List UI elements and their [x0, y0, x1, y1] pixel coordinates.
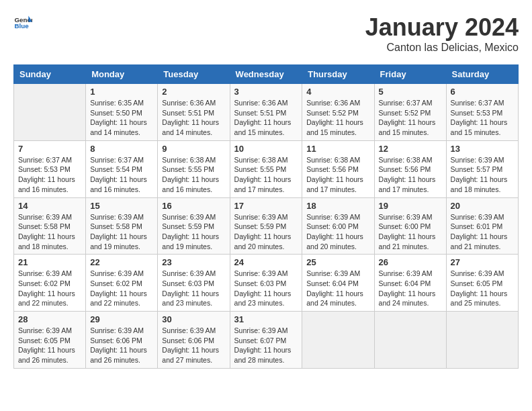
day-info: Sunrise: 6:36 AM Sunset: 5:51 PM Dayligh…	[162, 98, 225, 138]
month-title: January 2024	[365, 13, 519, 42]
day-info: Sunrise: 6:39 AM Sunset: 6:06 PM Dayligh…	[162, 326, 225, 365]
day-info: Sunrise: 6:38 AM Sunset: 5:56 PM Dayligh…	[379, 155, 442, 195]
day-info: Sunrise: 6:39 AM Sunset: 6:05 PM Dayligh…	[451, 269, 514, 308]
day-number: 17	[234, 201, 298, 211]
day-info: Sunrise: 6:36 AM Sunset: 5:51 PM Dayligh…	[234, 98, 298, 138]
day-number: 24	[234, 257, 298, 267]
calendar-cell: 26Sunrise: 6:39 AM Sunset: 6:04 PM Dayli…	[374, 255, 446, 312]
calendar-cell: 4Sunrise: 6:36 AM Sunset: 5:52 PM Daylig…	[302, 84, 374, 141]
calendar-cell: 2Sunrise: 6:36 AM Sunset: 5:51 PM Daylig…	[158, 84, 230, 141]
calendar-cell: 21Sunrise: 6:39 AM Sunset: 6:02 PM Dayli…	[14, 255, 86, 312]
calendar-cell: 30Sunrise: 6:39 AM Sunset: 6:06 PM Dayli…	[158, 312, 230, 369]
day-number: 30	[162, 314, 225, 324]
day-number: 8	[90, 144, 153, 154]
day-number: 14	[18, 201, 81, 211]
day-number: 27	[451, 257, 514, 267]
day-number: 31	[234, 314, 298, 324]
calendar-header-row: SundayMondayTuesdayWednesdayThursdayFrid…	[14, 65, 519, 84]
day-info: Sunrise: 6:35 AM Sunset: 5:50 PM Dayligh…	[90, 98, 153, 138]
day-info: Sunrise: 6:39 AM Sunset: 6:06 PM Dayligh…	[90, 326, 153, 365]
day-info: Sunrise: 6:39 AM Sunset: 6:02 PM Dayligh…	[90, 269, 153, 308]
day-number: 2	[162, 87, 225, 97]
calendar-cell: 24Sunrise: 6:39 AM Sunset: 6:03 PM Dayli…	[230, 255, 302, 312]
day-number: 4	[306, 87, 369, 97]
calendar-cell: 9Sunrise: 6:38 AM Sunset: 5:55 PM Daylig…	[158, 140, 230, 197]
day-number: 20	[451, 201, 514, 211]
day-number: 16	[162, 201, 225, 211]
day-info: Sunrise: 6:39 AM Sunset: 6:04 PM Dayligh…	[379, 269, 442, 308]
day-info: Sunrise: 6:39 AM Sunset: 6:03 PM Dayligh…	[162, 269, 225, 308]
svg-text:Blue: Blue	[14, 22, 29, 30]
calendar-cell: 8Sunrise: 6:37 AM Sunset: 5:54 PM Daylig…	[86, 140, 158, 197]
day-info: Sunrise: 6:37 AM Sunset: 5:53 PM Dayligh…	[451, 98, 514, 138]
day-info: Sunrise: 6:39 AM Sunset: 6:00 PM Dayligh…	[379, 212, 442, 252]
calendar-cell: 7Sunrise: 6:37 AM Sunset: 5:53 PM Daylig…	[14, 140, 86, 197]
day-info: Sunrise: 6:39 AM Sunset: 5:58 PM Dayligh…	[90, 212, 153, 252]
day-number: 5	[379, 87, 442, 97]
calendar-cell: 5Sunrise: 6:37 AM Sunset: 5:52 PM Daylig…	[374, 84, 446, 141]
location-title: Canton las Delicias, Mexico	[365, 42, 519, 54]
calendar-table: SundayMondayTuesdayWednesdayThursdayFrid…	[13, 64, 519, 369]
header-cell-wednesday: Wednesday	[230, 65, 302, 84]
calendar-cell: 25Sunrise: 6:39 AM Sunset: 6:04 PM Dayli…	[302, 255, 374, 312]
day-info: Sunrise: 6:37 AM Sunset: 5:54 PM Dayligh…	[90, 155, 153, 195]
calendar-week-2: 7Sunrise: 6:37 AM Sunset: 5:53 PM Daylig…	[14, 140, 519, 197]
page-header: General Blue January 2024 Canton las Del…	[13, 13, 519, 54]
calendar-cell	[374, 312, 446, 369]
day-info: Sunrise: 6:39 AM Sunset: 6:04 PM Dayligh…	[306, 269, 369, 308]
day-number: 19	[379, 201, 442, 211]
calendar-cell: 23Sunrise: 6:39 AM Sunset: 6:03 PM Dayli…	[158, 255, 230, 312]
calendar-cell: 3Sunrise: 6:36 AM Sunset: 5:51 PM Daylig…	[230, 84, 302, 141]
calendar-cell	[302, 312, 374, 369]
day-number: 6	[451, 87, 514, 97]
calendar-week-3: 14Sunrise: 6:39 AM Sunset: 5:58 PM Dayli…	[14, 197, 519, 255]
calendar-cell: 18Sunrise: 6:39 AM Sunset: 6:00 PM Dayli…	[302, 197, 374, 255]
calendar-week-1: 1Sunrise: 6:35 AM Sunset: 5:50 PM Daylig…	[14, 84, 519, 141]
calendar-cell: 20Sunrise: 6:39 AM Sunset: 6:01 PM Dayli…	[446, 197, 518, 255]
day-number: 26	[379, 257, 442, 267]
calendar-body: 1Sunrise: 6:35 AM Sunset: 5:50 PM Daylig…	[14, 84, 519, 369]
calendar-cell	[446, 312, 518, 369]
day-number: 28	[18, 314, 81, 324]
logo-icon: General Blue	[13, 13, 32, 32]
day-info: Sunrise: 6:38 AM Sunset: 5:56 PM Dayligh…	[306, 155, 369, 195]
calendar-cell: 19Sunrise: 6:39 AM Sunset: 6:00 PM Dayli…	[374, 197, 446, 255]
day-info: Sunrise: 6:39 AM Sunset: 5:57 PM Dayligh…	[451, 155, 514, 195]
calendar-cell: 11Sunrise: 6:38 AM Sunset: 5:56 PM Dayli…	[302, 140, 374, 197]
calendar-cell: 17Sunrise: 6:39 AM Sunset: 5:59 PM Dayli…	[230, 197, 302, 255]
day-number: 12	[379, 144, 442, 154]
calendar-cell: 16Sunrise: 6:39 AM Sunset: 5:59 PM Dayli…	[158, 197, 230, 255]
calendar-cell: 14Sunrise: 6:39 AM Sunset: 5:58 PM Dayli…	[14, 197, 86, 255]
calendar-cell: 12Sunrise: 6:38 AM Sunset: 5:56 PM Dayli…	[374, 140, 446, 197]
day-info: Sunrise: 6:39 AM Sunset: 6:03 PM Dayligh…	[234, 269, 298, 308]
logo: General Blue	[13, 13, 32, 32]
day-info: Sunrise: 6:36 AM Sunset: 5:52 PM Dayligh…	[306, 98, 369, 138]
day-number: 29	[90, 314, 153, 324]
day-number: 25	[306, 257, 369, 267]
calendar-cell: 22Sunrise: 6:39 AM Sunset: 6:02 PM Dayli…	[86, 255, 158, 312]
day-number: 11	[306, 144, 369, 154]
day-info: Sunrise: 6:39 AM Sunset: 5:59 PM Dayligh…	[162, 212, 225, 252]
day-info: Sunrise: 6:39 AM Sunset: 6:01 PM Dayligh…	[451, 212, 514, 252]
header-cell-sunday: Sunday	[14, 65, 86, 84]
day-info: Sunrise: 6:38 AM Sunset: 5:55 PM Dayligh…	[162, 155, 225, 195]
title-section: January 2024 Canton las Delicias, Mexico	[365, 13, 519, 54]
header-cell-tuesday: Tuesday	[158, 65, 230, 84]
calendar-week-5: 28Sunrise: 6:39 AM Sunset: 6:05 PM Dayli…	[14, 312, 519, 369]
day-number: 1	[90, 87, 153, 97]
day-info: Sunrise: 6:39 AM Sunset: 6:00 PM Dayligh…	[306, 212, 369, 252]
calendar-cell: 28Sunrise: 6:39 AM Sunset: 6:05 PM Dayli…	[14, 312, 86, 369]
day-number: 9	[162, 144, 225, 154]
header-cell-saturday: Saturday	[446, 65, 518, 84]
day-number: 21	[18, 257, 81, 267]
header-cell-friday: Friday	[374, 65, 446, 84]
day-info: Sunrise: 6:39 AM Sunset: 6:07 PM Dayligh…	[234, 326, 298, 365]
day-number: 7	[18, 144, 81, 154]
day-info: Sunrise: 6:39 AM Sunset: 6:02 PM Dayligh…	[18, 269, 81, 308]
calendar-week-4: 21Sunrise: 6:39 AM Sunset: 6:02 PM Dayli…	[14, 255, 519, 312]
header-cell-monday: Monday	[86, 65, 158, 84]
day-number: 15	[90, 201, 153, 211]
day-info: Sunrise: 6:37 AM Sunset: 5:53 PM Dayligh…	[18, 155, 81, 195]
day-info: Sunrise: 6:37 AM Sunset: 5:52 PM Dayligh…	[379, 98, 442, 138]
calendar-cell: 1Sunrise: 6:35 AM Sunset: 5:50 PM Daylig…	[86, 84, 158, 141]
